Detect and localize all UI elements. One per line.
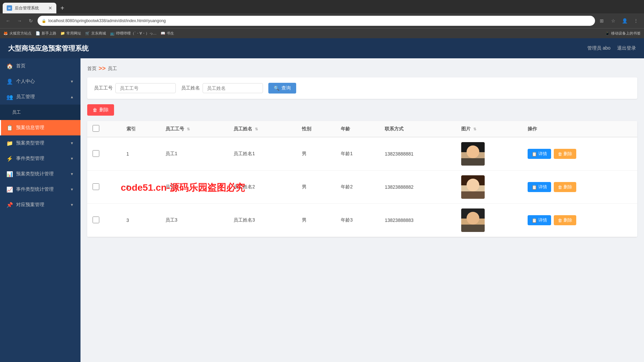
forward-button[interactable]: → <box>15 16 24 25</box>
search-button[interactable]: 🔍 查询 <box>268 83 296 94</box>
extensions-button[interactable]: ⊞ <box>597 16 606 25</box>
bookmark-common[interactable]: 📁 常用网址 <box>60 31 81 36</box>
eventtype-icon: ⚡ <box>7 156 13 162</box>
row-age-0: 年龄1 <box>335 137 379 171</box>
delete-row-button-2[interactable]: 🗑 删除 <box>554 215 576 225</box>
sidebar-plantype-label: 预案类型管理 <box>16 140 67 146</box>
select-all-checkbox[interactable] <box>93 125 99 132</box>
bookmark-book[interactable]: 📖 书生 <box>161 31 174 36</box>
search-icon: 🔍 <box>274 85 279 91</box>
profile-icon: 👤 <box>7 78 13 84</box>
row-employee-name-0: 员工姓名1 <box>228 137 296 171</box>
row-employee-id-0: 员工1 <box>160 137 228 171</box>
employee-name-input[interactable] <box>203 83 263 93</box>
sidebar-item-employee[interactable]: 员工 <box>0 105 80 120</box>
logout-button[interactable]: 退出登录 <box>617 45 636 51</box>
sidebar-emergency-label: 预案信息管理 <box>16 125 74 131</box>
bookmark-mobile[interactable]: 📱 移动设备上的书签 <box>605 31 641 36</box>
sidebar-submenu-employee: 员工 <box>0 105 80 120</box>
sidebar-item-emergency[interactable]: 📋 预案信息管理 <box>0 120 80 135</box>
row-actions-0: 📋 详情 🗑 删除 <box>522 137 637 171</box>
sidebar-item-eventstat[interactable]: 📈 事件类型统计管理 ▼ <box>0 182 80 197</box>
app-header: 大型商场应急预案管理系统 管理员 abo 退出登录 <box>0 38 644 58</box>
detail-icon-1: 📋 <box>532 185 537 190</box>
tab-close-button[interactable]: ✕ <box>48 5 52 11</box>
address-bar[interactable]: 🔒 localhost:8080/springbootwk338/admin/d… <box>38 16 595 26</box>
row-employee-id-2: 员工3 <box>160 204 228 237</box>
col-employee-id[interactable]: 员工工号 ⇅ <box>160 121 228 137</box>
bookmark-firefox[interactable]: 🦊 火狐官方站点 <box>3 31 32 36</box>
detail-icon-2: 📋 <box>532 218 537 223</box>
sidebar: 🏠 首页 👤 个人中心 ▼ 👥 员工管理 ▲ 员工 📋 预案信息管理 <box>0 58 80 362</box>
row-checkbox-1[interactable] <box>93 183 99 190</box>
plantype-icon: 📁 <box>7 140 13 146</box>
row-phone-2: 13823888883 <box>379 204 456 237</box>
sidebar-item-planstat[interactable]: 📊 预案类型统计管理 ▼ <box>0 166 80 182</box>
reload-button[interactable]: ↻ <box>26 16 36 25</box>
row-photo-2 <box>456 204 522 237</box>
bookmark-bilibili[interactable]: 📺 哔哩哔哩（`・∀・）っ… <box>110 31 157 36</box>
menu-button[interactable]: ⋮ <box>631 16 641 25</box>
detail-button-0[interactable]: 📋 详情 <box>528 149 551 159</box>
sidebar-home-label: 首页 <box>16 63 74 69</box>
row-employee-name-1: 员工姓名2 <box>228 171 296 204</box>
sidebar-item-home[interactable]: 🏠 首页 <box>0 58 80 74</box>
bookmark-newuser[interactable]: 📄 新手上路 <box>36 31 56 36</box>
sidebar-planstat-label: 预案类型统计管理 <box>16 171 67 177</box>
col-photo[interactable]: 图片 ⇅ <box>456 121 522 137</box>
row-photo-1 <box>456 171 522 204</box>
planstat-icon: 📊 <box>7 171 13 177</box>
row-phone-1: 13823888882 <box>379 171 456 204</box>
sidebar-item-plantype[interactable]: 📁 预案类型管理 ▼ <box>0 135 80 151</box>
sidebar-profile-label: 个人中心 <box>16 78 67 84</box>
bookmark-star-button[interactable]: ☆ <box>608 16 618 25</box>
row-checkbox-2[interactable] <box>93 217 99 223</box>
col-age: 年龄 <box>335 121 379 137</box>
tab-title: 后台管理系统 <box>15 5 39 11</box>
row-checkbox-cell <box>87 137 121 171</box>
employee-id-input[interactable] <box>115 83 176 93</box>
home-icon: 🏠 <box>7 63 13 69</box>
row-checkbox-cell <box>87 204 121 237</box>
breadcrumb: 首页 >> 员工 <box>87 65 637 72</box>
employee-table: 索引 员工工号 ⇅ 员工姓名 ⇅ 性别 年龄 联系方式 图片 ⇅ 操作 <box>87 121 637 237</box>
sidebar-item-response[interactable]: 📌 对应预案管理 ▼ <box>0 197 80 213</box>
chevron-down-icon: ▼ <box>70 79 74 83</box>
delete-row-icon-0: 🗑 <box>558 152 562 157</box>
sort-name-icon: ⇅ <box>255 127 258 131</box>
col-actions: 操作 <box>522 121 637 137</box>
sidebar-item-eventtype[interactable]: ⚡ 事件类型管理 ▼ <box>0 151 80 166</box>
profile-button[interactable]: 👤 <box>620 16 629 25</box>
bookmark-jd[interactable]: 🛒 京东商城 <box>85 31 106 36</box>
new-tab-button[interactable]: + <box>56 3 68 13</box>
row-gender-2: 男 <box>297 204 335 237</box>
detail-button-1[interactable]: 📋 详情 <box>528 182 551 192</box>
row-checkbox-0[interactable] <box>93 150 99 157</box>
delete-row-icon-1: 🗑 <box>558 185 562 190</box>
row-gender-1: 男 <box>297 171 335 204</box>
row-index-2: 3 <box>121 204 160 237</box>
sidebar-eventstat-label: 事件类型统计管理 <box>16 186 67 192</box>
table-row: 1 员工1 员工姓名1 男 年龄1 13823888881 📋 详情 🗑 删除 <box>87 137 637 171</box>
chevron-down-icon-4: ▼ <box>70 172 74 176</box>
row-actions-2: 📋 详情 🗑 删除 <box>522 204 637 237</box>
row-gender-0: 男 <box>297 137 335 171</box>
sidebar-item-profile[interactable]: 👤 个人中心 ▼ <box>0 74 80 89</box>
delete-row-button-0[interactable]: 🗑 删除 <box>554 149 576 159</box>
detail-button-2[interactable]: 📋 详情 <box>528 215 551 225</box>
back-button[interactable]: ← <box>3 16 13 25</box>
app-title: 大型商场应急预案管理系统 <box>8 44 89 53</box>
delete-row-button-1[interactable]: 🗑 删除 <box>554 182 576 192</box>
sidebar-item-employee-mgmt[interactable]: 👥 员工管理 ▲ <box>0 89 80 105</box>
col-employee-name[interactable]: 员工姓名 ⇅ <box>228 121 296 137</box>
batch-delete-button[interactable]: 🗑 删除 <box>87 104 114 116</box>
active-tab[interactable]: W 后台管理系统 ✕ <box>3 3 56 13</box>
detail-icon-0: 📋 <box>532 152 537 157</box>
employee-id-field: 员工工号 <box>94 83 176 93</box>
row-checkbox-cell <box>87 171 121 204</box>
col-checkbox <box>87 121 121 137</box>
row-employee-name-2: 员工姓名3 <box>228 204 296 237</box>
tab-favicon: W <box>7 5 12 11</box>
chevron-down-icon-3: ▼ <box>70 157 74 161</box>
content-area: 索引 员工工号 ⇅ 员工姓名 ⇅ 性别 年龄 联系方式 图片 ⇅ 操作 <box>87 121 637 237</box>
